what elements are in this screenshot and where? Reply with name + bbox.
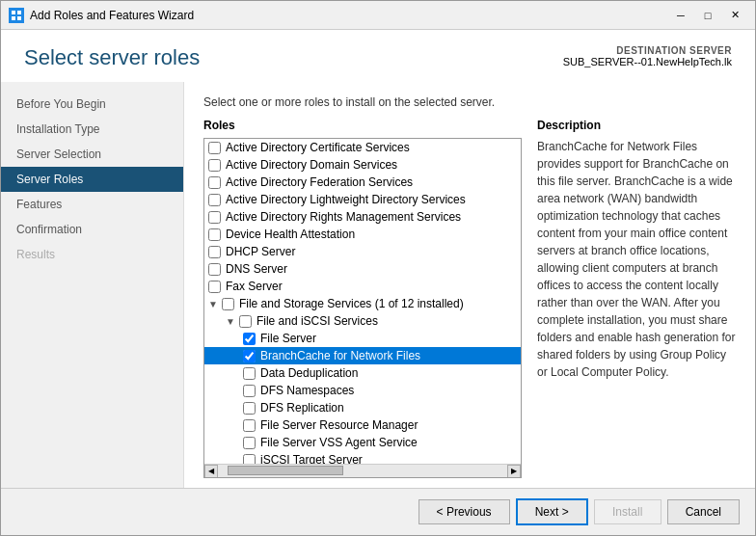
horizontal-scrollbar[interactable]: ◀ ▶ bbox=[204, 464, 521, 477]
role-label-2: Active Directory Federation Services bbox=[226, 175, 413, 189]
destination-name: SUB_SERVER--01.NewHelpTech.lk bbox=[563, 56, 732, 67]
sidebar-item-installation-type[interactable]: Installation Type bbox=[1, 117, 183, 142]
role-item-5[interactable]: Device Health Attestation bbox=[204, 226, 521, 243]
role-checkbox-9[interactable] bbox=[222, 298, 234, 310]
role-checkbox-13[interactable] bbox=[243, 367, 256, 380]
roles-label: Roles bbox=[203, 119, 522, 132]
close-button[interactable]: ✕ bbox=[722, 6, 747, 25]
role-checkbox-5[interactable] bbox=[208, 228, 221, 241]
role-item-12[interactable]: BranchCache for Network Files bbox=[204, 347, 521, 364]
expand-arrow-9[interactable]: ▼ bbox=[208, 299, 218, 309]
window-controls: ─ □ ✕ bbox=[668, 6, 747, 25]
svg-rect-1 bbox=[17, 11, 21, 14]
role-checkbox-1[interactable] bbox=[208, 159, 221, 172]
role-label-12: BranchCache for Network Files bbox=[260, 349, 420, 362]
role-label-7: DNS Server bbox=[226, 262, 287, 276]
instruction-text: Select one or more roles to install on t… bbox=[203, 95, 736, 109]
description-panel: Description BranchCache for Network File… bbox=[537, 119, 736, 478]
role-label-17: File Server VSS Agent Service bbox=[260, 436, 418, 449]
minimize-button[interactable]: ─ bbox=[668, 6, 693, 25]
role-item-0[interactable]: Active Directory Certificate Services bbox=[204, 139, 521, 156]
app-icon bbox=[9, 8, 24, 23]
role-item-7[interactable]: DNS Server bbox=[204, 260, 521, 278]
role-checkbox-16[interactable] bbox=[243, 419, 256, 432]
role-label-10: File and iSCSI Services bbox=[256, 314, 378, 328]
role-checkbox-17[interactable] bbox=[243, 437, 256, 449]
role-item-8[interactable]: Fax Server bbox=[204, 278, 521, 295]
sidebar-item-server-roles[interactable]: Server Roles bbox=[1, 167, 183, 192]
roles-list[interactable]: Active Directory Certificate ServicesAct… bbox=[204, 139, 521, 464]
header-band: Select server roles DESTINATION SERVER S… bbox=[1, 30, 755, 82]
role-item-1[interactable]: Active Directory Domain Services bbox=[204, 156, 521, 174]
role-label-14: DFS Namespaces bbox=[260, 384, 354, 397]
role-checkbox-14[interactable] bbox=[243, 385, 256, 397]
role-checkbox-0[interactable] bbox=[208, 142, 221, 154]
svg-rect-2 bbox=[12, 16, 15, 20]
panels-row: Roles Active Directory Certificate Servi… bbox=[203, 119, 736, 478]
page-title: Select server roles bbox=[24, 45, 200, 70]
role-item-10[interactable]: ▼File and iSCSI Services bbox=[204, 312, 521, 330]
maximize-button[interactable]: □ bbox=[695, 6, 720, 25]
role-label-13: Data Deduplication bbox=[260, 366, 358, 380]
role-item-13[interactable]: Data Deduplication bbox=[204, 364, 521, 382]
content-area: Select server roles DESTINATION SERVER S… bbox=[1, 30, 755, 488]
role-item-6[interactable]: DHCP Server bbox=[204, 243, 521, 260]
role-label-0: Active Directory Certificate Services bbox=[226, 141, 410, 154]
description-label: Description bbox=[537, 119, 736, 132]
role-item-14[interactable]: DFS Namespaces bbox=[204, 382, 521, 399]
role-checkbox-11[interactable] bbox=[243, 333, 256, 345]
role-label-4: Active Directory Rights Management Servi… bbox=[226, 210, 461, 224]
title-bar: Add Roles and Features Wizard ─ □ ✕ bbox=[1, 1, 755, 30]
svg-rect-0 bbox=[12, 11, 15, 14]
scroll-track[interactable] bbox=[218, 465, 507, 477]
role-item-3[interactable]: Active Directory Lightweight Directory S… bbox=[204, 191, 521, 208]
main-body: Before You Begin Installation Type Serve… bbox=[1, 82, 755, 488]
role-item-16[interactable]: File Server Resource Manager bbox=[204, 416, 521, 434]
sidebar-item-before-you-begin[interactable]: Before You Begin bbox=[1, 92, 183, 117]
role-item-15[interactable]: DFS Replication bbox=[204, 399, 521, 416]
role-label-11: File Server bbox=[260, 332, 316, 345]
window-title: Add Roles and Features Wizard bbox=[30, 9, 668, 22]
role-checkbox-18[interactable] bbox=[243, 454, 256, 465]
footer: < Previous Next > Install Cancel bbox=[1, 488, 755, 535]
role-item-11[interactable]: File Server bbox=[204, 330, 521, 347]
role-checkbox-15[interactable] bbox=[243, 402, 256, 415]
role-checkbox-3[interactable] bbox=[208, 194, 221, 206]
right-panel: Select one or more roles to install on t… bbox=[184, 82, 755, 488]
roles-list-container: Active Directory Certificate ServicesAct… bbox=[203, 138, 522, 478]
role-label-3: Active Directory Lightweight Directory S… bbox=[226, 193, 466, 206]
role-item-17[interactable]: File Server VSS Agent Service bbox=[204, 434, 521, 451]
role-item-18[interactable]: iSCSI Target Server bbox=[204, 451, 521, 464]
scroll-left-arrow[interactable]: ◀ bbox=[204, 465, 218, 478]
next-button[interactable]: Next > bbox=[516, 498, 588, 525]
description-text: BranchCache for Network Files provides s… bbox=[537, 138, 736, 381]
role-item-4[interactable]: Active Directory Rights Management Servi… bbox=[204, 208, 521, 226]
role-item-9[interactable]: ▼File and Storage Services (1 of 12 inst… bbox=[204, 295, 521, 312]
install-button: Install bbox=[594, 499, 662, 524]
previous-button[interactable]: < Previous bbox=[418, 499, 510, 524]
sidebar-item-server-selection[interactable]: Server Selection bbox=[1, 142, 183, 167]
scroll-thumb[interactable] bbox=[228, 466, 343, 475]
main-window: Add Roles and Features Wizard ─ □ ✕ Sele… bbox=[0, 0, 756, 536]
role-item-2[interactable]: Active Directory Federation Services bbox=[204, 174, 521, 191]
sidebar-item-features[interactable]: Features bbox=[1, 192, 183, 217]
role-checkbox-10[interactable] bbox=[239, 315, 252, 328]
role-checkbox-6[interactable] bbox=[208, 246, 221, 258]
sidebar: Before You Begin Installation Type Serve… bbox=[1, 82, 184, 488]
role-checkbox-4[interactable] bbox=[208, 211, 221, 224]
sidebar-item-results: Results bbox=[1, 242, 183, 267]
role-checkbox-2[interactable] bbox=[208, 176, 221, 189]
role-label-16: File Server Resource Manager bbox=[260, 418, 418, 432]
scroll-right-arrow[interactable]: ▶ bbox=[507, 465, 521, 478]
role-checkbox-8[interactable] bbox=[208, 281, 221, 293]
role-label-18: iSCSI Target Server bbox=[260, 453, 363, 464]
destination-server-info: DESTINATION SERVER SUB_SERVER--01.NewHel… bbox=[563, 45, 732, 67]
cancel-button[interactable]: Cancel bbox=[667, 499, 740, 524]
role-checkbox-12[interactable] bbox=[243, 350, 256, 362]
sidebar-item-confirmation[interactable]: Confirmation bbox=[1, 217, 183, 242]
role-label-15: DFS Replication bbox=[260, 401, 344, 415]
role-checkbox-7[interactable] bbox=[208, 263, 221, 276]
expand-arrow-10[interactable]: ▼ bbox=[226, 316, 235, 327]
svg-rect-3 bbox=[17, 16, 21, 20]
role-label-6: DHCP Server bbox=[226, 245, 295, 258]
